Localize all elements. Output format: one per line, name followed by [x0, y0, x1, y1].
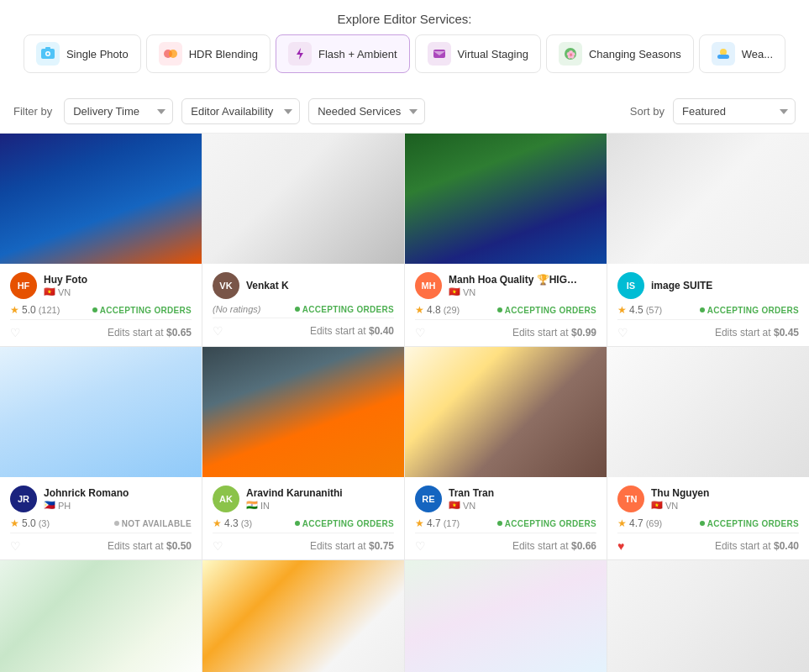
rating-value: 4.7: [427, 517, 441, 529]
heart-icon[interactable]: ♥: [617, 539, 624, 553]
card[interactable]: ISimage SUITE★4.5(57)ACCEPTING ORDERS♡Ed…: [607, 134, 809, 346]
heart-icon[interactable]: ♡: [213, 539, 223, 553]
filter-bar: Filter by Delivery Time24 Hours48 Hours3…: [0, 90, 809, 134]
price-amount: $0.40: [369, 325, 394, 337]
rating-count: (69): [646, 518, 663, 528]
card-image: [202, 347, 404, 477]
rating: ★4.7(69): [617, 517, 662, 529]
card-price-row: ♥Edits start at $0.40: [617, 533, 799, 553]
card[interactable]: AKAravind Karunanithi🇮🇳 IN★4.3(3)ACCEPTI…: [202, 347, 404, 559]
heart-icon[interactable]: ♡: [10, 539, 21, 553]
no-ratings: (No ratings): [213, 304, 260, 314]
card-price-row: ♡Edits start at $0.75: [213, 533, 394, 553]
card[interactable]: KVKhanh Vy🇻🇳 VN: [607, 560, 809, 672]
svg-point-2: [46, 53, 49, 55]
editor-availability-filter[interactable]: Editor AvailabilityAccepting OrdersNot A…: [181, 98, 300, 124]
price-text: Edits start at $0.66: [512, 540, 596, 552]
rating: ★4.3(3): [213, 517, 252, 529]
rating-value: 4.8: [427, 304, 441, 316]
card[interactable]: BPBEEPEC🇻🇳 VN: [202, 560, 404, 672]
filter-label: Filter by: [13, 105, 52, 118]
heart-icon[interactable]: ♡: [213, 324, 223, 338]
card[interactable]: HFHuy Foto🇻🇳 VN★5.0(121)ACCEPTING ORDERS…: [0, 134, 202, 346]
service-tab-flash-ambient[interactable]: Flash + Ambient: [276, 34, 410, 73]
country-code: VN: [665, 501, 678, 511]
status-dot: [497, 521, 502, 526]
status-text: ACCEPTING ORDERS: [302, 519, 394, 528]
status-dot: [700, 521, 705, 526]
rating-count: (57): [646, 305, 663, 315]
tab-icon-weather: [712, 42, 735, 66]
heart-icon[interactable]: ♡: [415, 326, 426, 339]
service-tab-virtual-staging[interactable]: Virtual Staging: [415, 34, 541, 73]
editor-country: 🇮🇳 IN: [246, 500, 394, 511]
heart-icon[interactable]: ♡: [415, 539, 426, 553]
card[interactable]: JRJohnrick Romano🇵🇭 PH★5.0(3)NOT AVAILAB…: [0, 347, 202, 559]
country-code: IN: [260, 501, 270, 511]
rating-count: (17): [444, 518, 460, 528]
delivery-time-filter[interactable]: Delivery Time24 Hours48 Hours3 Days1 Wee…: [64, 98, 173, 124]
card[interactable]: TNThu Nguyen🇻🇳 VN★4.7(69)ACCEPTING ORDER…: [607, 347, 809, 559]
flag-icon: 🇮🇳: [246, 500, 258, 511]
sort-select[interactable]: FeaturedPrice: Low to HighPrice: High to…: [673, 98, 796, 124]
heart-icon[interactable]: ♡: [10, 326, 21, 339]
card-body: AKAravind Karunanithi🇮🇳 IN★4.3(3)ACCEPTI…: [202, 477, 404, 559]
status-badge: NOT AVAILABLE: [114, 519, 192, 528]
card[interactable]: RNRocker Nguyen🇻🇳 VN: [405, 560, 607, 672]
status-text: ACCEPTING ORDERS: [505, 306, 596, 315]
service-tab-single-photo[interactable]: Single Photo: [24, 34, 141, 73]
status-badge: ACCEPTING ORDERS: [497, 306, 596, 315]
tab-icon-changing-seasons: 🌸: [559, 42, 582, 66]
country-code: VN: [58, 287, 71, 297]
rating-count: (29): [444, 305, 460, 315]
editor-name: Johnrick Romano: [44, 487, 178, 499]
svg-rect-12: [717, 55, 729, 59]
service-tab-changing-seasons[interactable]: 🌸Changing Seasons: [546, 34, 694, 73]
flag-icon: 🇻🇳: [44, 286, 55, 297]
price-amount: $0.99: [571, 327, 596, 339]
price-text: Edits start at $0.65: [108, 327, 192, 339]
editor-name: image SUITE: [651, 280, 785, 291]
heart-icon[interactable]: ♡: [617, 326, 628, 339]
flag-icon: 🇻🇳: [449, 286, 460, 297]
price-amount: $0.45: [774, 327, 799, 339]
card[interactable]: RERyan Esgana🇵🇭 PH: [0, 560, 202, 672]
status-badge: ACCEPTING ORDERS: [700, 519, 799, 528]
star-icon: ★: [10, 517, 19, 529]
tab-label-weather: Wea...: [742, 48, 773, 60]
editor-name: Tran Tran: [449, 487, 583, 499]
price-amount: $0.50: [166, 540, 192, 552]
status-dot: [497, 307, 502, 312]
rating: ★4.5(57): [617, 304, 662, 316]
needed-services-filter[interactable]: Needed ServicesFlash + AmbientHDR Blendi…: [308, 98, 425, 124]
editor-country: 🇵🇭 PH: [44, 500, 192, 511]
editor-country: 🇻🇳 VN: [651, 500, 799, 511]
avatar: JR: [10, 486, 37, 512]
card-image: [202, 560, 404, 672]
card-body: JRJohnrick Romano🇵🇭 PH★5.0(3)NOT AVAILAB…: [0, 477, 202, 559]
card-image: [0, 560, 202, 672]
service-tab-weather[interactable]: Wea...: [699, 34, 785, 73]
status-dot: [295, 307, 300, 312]
card[interactable]: RETran Tran🇻🇳 VN★4.7(17)ACCEPTING ORDERS…: [405, 347, 607, 559]
rating-count: (121): [39, 305, 60, 315]
tab-icon-virtual-staging: [428, 42, 451, 66]
rating-count: (3): [241, 518, 252, 528]
card[interactable]: MHManh Hoa Quality 🏆HIGH – END +🇻🇳 VN★4.…: [405, 134, 607, 346]
card-body: VKVenkat K(No ratings)ACCEPTING ORDERS♡E…: [202, 264, 404, 344]
flag-icon: 🇻🇳: [651, 500, 663, 511]
card-body: ISimage SUITE★4.5(57)ACCEPTING ORDERS♡Ed…: [607, 264, 809, 346]
service-tab-hdr-blending[interactable]: HDR Blending: [146, 34, 271, 73]
status-dot: [295, 521, 300, 526]
editor-name: Huy Foto: [44, 274, 178, 286]
page-title: Explore Editor Services:: [0, 12, 809, 26]
tab-label-flash-ambient: Flash + Ambient: [318, 48, 397, 60]
sort-label: Sort by: [630, 105, 665, 118]
status-badge: ACCEPTING ORDERS: [295, 519, 394, 528]
card-image: [0, 347, 202, 477]
editor-country: 🇻🇳 VN: [449, 500, 596, 511]
card[interactable]: VKVenkat K(No ratings)ACCEPTING ORDERS♡E…: [202, 134, 404, 346]
card-image: [405, 347, 607, 477]
status-text: ACCEPTING ORDERS: [100, 306, 192, 315]
rating: ★4.7(17): [415, 517, 460, 529]
